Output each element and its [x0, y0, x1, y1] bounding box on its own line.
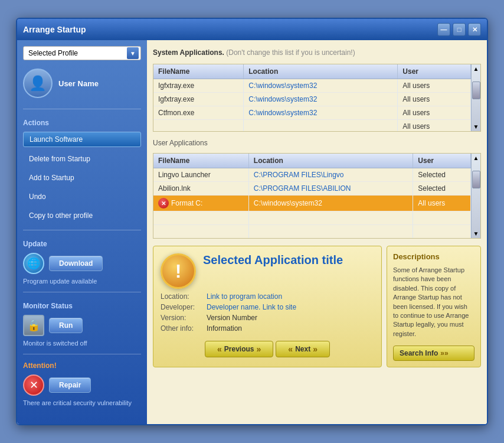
- repair-button[interactable]: Repair: [49, 377, 91, 393]
- minimize-button[interactable]: —: [437, 23, 450, 36]
- sys-col-user: User: [398, 64, 471, 79]
- developer-value[interactable]: Developer name. Link to site: [207, 303, 296, 311]
- table-row[interactable]: [153, 225, 471, 239]
- user-row1-filename: Lingvo Launcher: [153, 168, 248, 182]
- user-scroll-thumb[interactable]: [472, 171, 480, 188]
- user-row3-location: C:\windows\system32: [248, 196, 413, 211]
- field-version: Version: Version Number: [161, 314, 374, 322]
- warning-icon-large: !: [161, 253, 196, 289]
- location-value[interactable]: Link to program location: [207, 292, 282, 301]
- user-row1-user: Selected: [413, 168, 471, 182]
- select-arrow-icon: ▼: [127, 47, 139, 59]
- profile-selector-container: Selected Profile ▼: [23, 46, 141, 60]
- update-section: 🌐 Download Program update available: [23, 253, 141, 285]
- sys-row1-filename: Igfxtray.exe: [153, 79, 244, 93]
- download-button[interactable]: Download: [49, 256, 103, 271]
- next-label: Next: [295, 345, 310, 353]
- user-name-label: User Name: [58, 79, 99, 88]
- sys-col-location: Location: [244, 64, 398, 79]
- sys-row3-user: All users: [398, 106, 471, 120]
- search-info-button[interactable]: Search Info »»: [393, 346, 474, 361]
- system-table-scroll: FileName Location User Igfxtray.exe C:\w…: [153, 64, 471, 131]
- user-row2-filename: Abilion.lnk: [153, 182, 248, 196]
- table-row[interactable]: Lingvo Launcher C:\PROGRAM FILES\Lingvo …: [153, 168, 471, 182]
- profile-select[interactable]: Selected Profile: [23, 46, 141, 60]
- nav-buttons: « Previous » « Next »: [161, 341, 374, 357]
- table-row[interactable]: Igfxtray.exe C:\windows\system32 All use…: [153, 93, 471, 106]
- table-row[interactable]: Abilion.lnk C:\PROGRAM FILES\ABILION Sel…: [153, 182, 471, 196]
- app-detail-title: Selected Application title: [203, 253, 343, 267]
- run-button[interactable]: Run: [49, 318, 83, 333]
- user-row3-user: All users: [413, 196, 471, 211]
- user-table-scroll: FileName Location User Lingvo Launcher C…: [153, 154, 471, 238]
- user-row3-filename-text: Format C:: [171, 199, 202, 207]
- sys-scroll-thumb[interactable]: [472, 82, 480, 99]
- sys-row3-link[interactable]: C:\windows\system32: [248, 109, 317, 117]
- previous-label: Previous: [224, 345, 254, 353]
- table-row-highlighted[interactable]: ✕ Format C: C:\windows\system32 All user…: [153, 196, 471, 211]
- user-table-scrollbar[interactable]: ▲ ▼: [471, 154, 480, 238]
- attention-label: Attention!: [23, 361, 141, 370]
- app-detail-header: ! Selected Application title: [161, 253, 374, 289]
- sys-col-filename: FileName: [153, 64, 244, 79]
- user-section: 👤 User Name: [23, 65, 141, 102]
- version-label: Version:: [161, 314, 202, 322]
- sys-row3-location: C:\windows\system32: [244, 106, 398, 120]
- avatar: 👤: [23, 69, 53, 98]
- left-panel: Selected Profile ▼ 👤 User Name Actions L…: [17, 40, 147, 424]
- user-table: FileName Location User Lingvo Launcher C…: [153, 154, 471, 238]
- sys-app-header: System Applications. (Don't change this …: [153, 46, 481, 59]
- field-location: Location: Link to program location: [161, 292, 374, 301]
- user-col-location: Location: [248, 154, 413, 168]
- sys-row4-filename: [153, 120, 244, 132]
- update-label: Update: [23, 240, 141, 248]
- attention-text: There are critical security vulnerabilit…: [23, 399, 141, 406]
- sys-row2-filename: Igfxtray.exe: [153, 93, 244, 106]
- next-button[interactable]: « Next »: [276, 341, 330, 357]
- user-app-label: User Applications: [153, 136, 481, 148]
- user-col-user: User: [413, 154, 471, 168]
- action-undo[interactable]: Undo: [23, 190, 141, 204]
- row-error-icon: ✕: [158, 198, 169, 209]
- table-row[interactable]: [153, 211, 471, 225]
- right-panel: System Applications. (Don't change this …: [147, 40, 487, 424]
- other-label: Other info:: [161, 324, 202, 333]
- table-row[interactable]: Ctfmon.exe C:\windows\system32 All users: [153, 106, 471, 120]
- user-col-filename: FileName: [153, 154, 248, 168]
- previous-button[interactable]: « Previous »: [205, 341, 273, 357]
- user-row3-filename: ✕ Format C:: [153, 196, 248, 211]
- sys-row2-link[interactable]: C:\windows\system32: [248, 95, 317, 103]
- globe-icon: 🌐: [23, 253, 44, 274]
- window-controls: — □ ✕: [437, 23, 481, 36]
- action-add-startup[interactable]: Add to Startup: [23, 171, 141, 185]
- previous-arrow2-icon: »: [257, 344, 261, 354]
- table-row[interactable]: Igfxtray.exe C:\windows\system32 All use…: [153, 79, 471, 93]
- divider-1: [23, 109, 141, 109]
- table-row[interactable]: All users: [153, 120, 471, 132]
- title-bar: Arrange Startup — □ ✕: [17, 19, 487, 40]
- divider-2: [23, 230, 141, 230]
- next-arrow-icon: «: [288, 344, 293, 354]
- close-button[interactable]: ✕: [468, 23, 481, 36]
- action-copy-profile[interactable]: Copy to other profile: [23, 209, 141, 223]
- sys-app-header-bold: System Applications.: [153, 48, 224, 57]
- app-detail-panel: ! Selected Application title Location: L…: [153, 246, 382, 367]
- sys-row2-user: All users: [398, 93, 471, 106]
- action-launch-software[interactable]: Launch Software: [23, 132, 141, 147]
- user-row1-link[interactable]: C:\PROGRAM FILES\Lingvo: [254, 171, 344, 179]
- user-row2-user: Selected: [413, 182, 471, 196]
- attention-section: ✕ Repair There are critical security vul…: [23, 374, 141, 406]
- description-text: Some of Arrange Startup functions have b…: [393, 266, 474, 338]
- action-delete-startup[interactable]: Delete from Startup: [23, 152, 141, 166]
- sys-row1-location: C:\windows\system32: [244, 79, 398, 93]
- app-detail-fields: Location: Link to program location Devel…: [161, 292, 374, 333]
- monitor-section: 🔒 Run Monitor is switched off: [23, 315, 141, 347]
- sys-app-caution: (Don't change this list if you is uncert…: [226, 48, 355, 57]
- restore-button[interactable]: □: [453, 23, 466, 36]
- system-table: FileName Location User Igfxtray.exe C:\w…: [153, 64, 471, 131]
- user-row2-link[interactable]: C:\PROGRAM FILES\ABILION: [254, 184, 351, 193]
- sys-row1-link[interactable]: C:\windows\system32: [248, 82, 317, 90]
- sys-table-scrollbar[interactable]: ▲ ▼: [471, 64, 480, 131]
- search-info-label: Search Info: [400, 349, 438, 357]
- next-arrow2-icon: »: [313, 344, 318, 354]
